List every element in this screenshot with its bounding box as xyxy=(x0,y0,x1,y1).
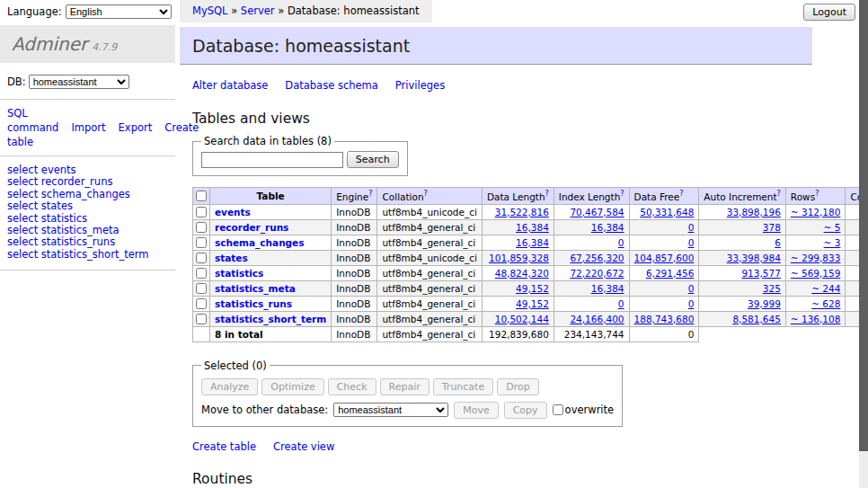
value-data-free[interactable]: 104,857,600 xyxy=(634,253,695,263)
value-auto-increment[interactable]: 33,398,984 xyxy=(727,253,781,263)
value-auto-increment[interactable]: 39,999 xyxy=(748,298,781,309)
value-rows[interactable]: ~ 3 xyxy=(824,237,841,248)
bottom-link-create-view[interactable]: Create view xyxy=(273,440,334,453)
value-rows[interactable]: ~ 299,833 xyxy=(791,253,841,263)
value-data-length[interactable]: 49,152 xyxy=(516,298,549,309)
table-name-link-statistics-meta[interactable]: statistics_meta xyxy=(215,283,296,294)
table-name-link-schema-changes[interactable]: schema_changes xyxy=(215,237,305,248)
sidebar-select-statistics-runs[interactable]: select statistics_runs xyxy=(7,235,115,248)
sidebar-action-import[interactable]: Import xyxy=(71,121,105,134)
sidebar-select-statistics-short-term[interactable]: select statistics_short_term xyxy=(7,248,148,261)
value-data-length[interactable]: 31,522,816 xyxy=(495,207,549,217)
sidebar-action-sql-command[interactable]: SQL command xyxy=(7,107,58,134)
select-all-checkbox[interactable] xyxy=(196,191,207,201)
value-index-length[interactable]: 72,220,672 xyxy=(570,268,624,279)
value-index-length[interactable]: 0 xyxy=(618,237,624,248)
sidebar-action-export[interactable]: Export xyxy=(119,121,153,134)
scrollbar-thumb[interactable] xyxy=(859,0,868,451)
database-link-privileges[interactable]: Privileges xyxy=(395,79,445,92)
row-checkbox-states[interactable] xyxy=(196,253,207,263)
value-index-length[interactable]: 67,256,320 xyxy=(570,253,624,263)
value-index-length[interactable]: 16,384 xyxy=(591,222,624,233)
table-name-link-statistics-runs[interactable]: statistics_runs xyxy=(215,298,292,309)
row-checkbox-events[interactable] xyxy=(196,207,207,217)
table-name-link-events[interactable]: events xyxy=(215,207,251,217)
database-link-database-schema[interactable]: Database schema xyxy=(285,79,377,92)
table-name-link-statistics-short-term[interactable]: statistics_short_term xyxy=(215,314,326,324)
value-auto-increment[interactable]: 8,581,645 xyxy=(732,314,780,324)
table-name-link-recorder-runs[interactable]: recorder_runs xyxy=(215,222,288,233)
value-rows[interactable]: ~ 244 xyxy=(811,283,840,294)
overwrite-checkbox[interactable] xyxy=(553,404,563,415)
page-scrollbar[interactable] xyxy=(859,0,868,488)
value-rows[interactable]: ~ 136,108 xyxy=(791,314,841,324)
value-auto-increment[interactable]: 6 xyxy=(775,237,781,248)
value-data-length[interactable]: 48,824,320 xyxy=(495,268,549,279)
row-checkbox-schema-changes[interactable] xyxy=(196,237,207,248)
value-data-free[interactable]: 0 xyxy=(688,298,695,309)
drop-button[interactable]: Drop xyxy=(497,378,538,395)
language-select[interactable]: English xyxy=(66,4,172,19)
bottom-link-create-table[interactable]: Create table xyxy=(192,440,256,453)
value-auto-increment[interactable]: 378 xyxy=(763,222,781,233)
value-data-free[interactable]: 0 xyxy=(688,283,695,294)
value-index-length[interactable]: 0 xyxy=(618,298,624,309)
breadcrumb-item-mysql[interactable]: MySQL xyxy=(192,4,228,17)
sidebar-select-states[interactable]: select states xyxy=(7,200,73,212)
table-name-link-states[interactable]: states xyxy=(215,253,248,263)
table-name-link-statistics[interactable]: statistics xyxy=(215,268,263,279)
value-data-length[interactable]: 10,502,144 xyxy=(495,314,549,324)
value-rows[interactable]: ~ 628 xyxy=(811,298,840,309)
search-button[interactable]: Search xyxy=(347,151,399,168)
sidebar-select-statistics[interactable]: select statistics xyxy=(7,212,87,225)
value-rows[interactable]: ~ 5 xyxy=(824,222,841,233)
row-checkbox-statistics-short-term[interactable] xyxy=(196,314,207,324)
value-data-free[interactable]: 50,331,648 xyxy=(640,207,694,217)
row-checkbox-statistics[interactable] xyxy=(196,268,207,279)
help-link[interactable]: ? xyxy=(679,190,683,198)
sidebar-select-recorder-runs[interactable]: select recorder_runs xyxy=(7,175,112,188)
value-index-length[interactable]: 16,384 xyxy=(591,283,624,294)
value-data-free[interactable]: 0 xyxy=(688,222,695,233)
value-auto-increment[interactable]: 33,898,196 xyxy=(727,207,781,217)
copy-button[interactable]: Copy xyxy=(504,402,547,419)
logout-button[interactable]: Logout xyxy=(803,4,855,21)
value-data-free[interactable]: 188,743,680 xyxy=(634,314,695,324)
sidebar-select-schema-changes[interactable]: select schema_changes xyxy=(7,188,130,200)
value-auto-increment[interactable]: 913,577 xyxy=(741,268,780,279)
sidebar-table-link-item: select events xyxy=(7,164,175,176)
help-link[interactable]: ? xyxy=(545,190,549,198)
database-link-alter-database[interactable]: Alter database xyxy=(192,79,268,92)
value-index-length[interactable]: 70,467,584 xyxy=(570,207,624,217)
help-link[interactable]: ? xyxy=(368,190,372,198)
value-index-length[interactable]: 24,166,400 xyxy=(570,314,624,324)
search-input[interactable] xyxy=(201,152,343,168)
value-auto-increment[interactable]: 325 xyxy=(763,283,781,294)
sidebar-select-events[interactable]: select events xyxy=(7,164,76,176)
repair-button[interactable]: Repair xyxy=(380,378,430,395)
value-data-free[interactable]: 0 xyxy=(688,237,695,248)
help-link[interactable]: ? xyxy=(424,190,428,198)
value-data-length[interactable]: 16,384 xyxy=(516,237,549,248)
db-select[interactable]: homeassistant xyxy=(29,75,129,89)
row-checkbox-statistics-runs[interactable] xyxy=(196,298,207,309)
move-database-select[interactable]: homeassistant xyxy=(333,403,448,417)
help-link[interactable]: ? xyxy=(815,190,819,198)
value-data-length[interactable]: 49,152 xyxy=(516,283,549,294)
sidebar-select-statistics-meta[interactable]: select statistics_meta xyxy=(7,224,120,236)
value-data-free[interactable]: 6,291,456 xyxy=(646,268,694,279)
row-checkbox-statistics-meta[interactable] xyxy=(196,283,207,294)
help-link[interactable]: ? xyxy=(777,190,781,198)
breadcrumb-item-server[interactable]: Server xyxy=(241,4,275,17)
optimize-button[interactable]: Optimize xyxy=(261,378,323,395)
help-link[interactable]: ? xyxy=(620,190,624,198)
truncate-button[interactable]: Truncate xyxy=(433,378,493,395)
analyze-button[interactable]: Analyze xyxy=(201,378,258,395)
move-button[interactable]: Move xyxy=(454,402,499,419)
value-rows[interactable]: ~ 569,159 xyxy=(791,268,841,279)
value-rows[interactable]: ~ 312,180 xyxy=(791,207,841,217)
check-button[interactable]: Check xyxy=(328,378,376,395)
value-data-length[interactable]: 101,859,328 xyxy=(489,253,549,263)
row-checkbox-recorder-runs[interactable] xyxy=(196,222,207,233)
value-data-length[interactable]: 16,384 xyxy=(516,222,549,233)
